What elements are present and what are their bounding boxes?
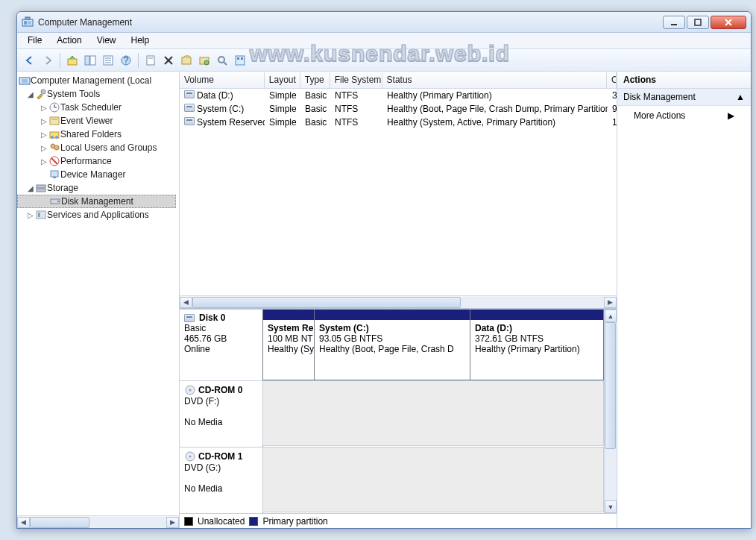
partition-system-reserved[interactable]: System Re 100 MB NT Healthy (Sy — [262, 310, 315, 380]
tree-h-scrollbar[interactable]: ◀ ▶ — [17, 515, 179, 528]
tree-local-users[interactable]: ▷ Local Users and Groups — [17, 141, 179, 154]
properties-button[interactable] — [100, 52, 116, 69]
close-button[interactable] — [711, 16, 746, 29]
col-filesystem[interactable]: File System — [330, 72, 382, 88]
tree-system-tools[interactable]: ◢ System Tools — [17, 87, 179, 101]
vol-layout: Simple — [265, 104, 300, 114]
partition-data-d[interactable]: Data (D:) 372.61 GB NTFS Healthy (Primar… — [470, 310, 604, 380]
expand-icon[interactable]: ▷ — [40, 104, 48, 112]
scroll-right-icon[interactable]: ▶ — [604, 297, 617, 308]
action-button-3[interactable] — [214, 52, 230, 69]
action-button-1[interactable] — [178, 52, 195, 69]
vol-fs: NTFS — [330, 117, 382, 128]
menu-view[interactable]: View — [89, 33, 124, 48]
vol-fs: NTFS — [330, 90, 382, 101]
titlebar[interactable]: Computer Management — [17, 12, 751, 33]
col-status[interactable]: Status — [382, 72, 607, 88]
action-button-2[interactable] — [196, 52, 212, 69]
svg-rect-3 — [25, 17, 30, 19]
grid-h-scrollbar[interactable]: ◀ ▶ — [180, 295, 617, 308]
col-c[interactable]: C — [607, 72, 617, 88]
svg-rect-35 — [50, 117, 59, 125]
menu-file[interactable]: File — [20, 33, 49, 48]
menu-action[interactable]: Action — [49, 33, 89, 48]
expand-icon[interactable]: ▷ — [40, 144, 48, 152]
col-layout[interactable]: Layout — [265, 72, 300, 88]
device-icon — [48, 169, 60, 180]
tree-task-scheduler[interactable]: ▷ Task Scheduler — [17, 101, 179, 114]
svg-rect-45 — [53, 177, 56, 178]
tree-root[interactable]: Computer Management (Local — [17, 74, 179, 87]
collapse-icon[interactable]: ◢ — [26, 90, 35, 98]
scroll-left-icon[interactable]: ◀ — [17, 517, 30, 528]
svg-point-49 — [57, 201, 59, 202]
vol-layout: Simple — [265, 90, 300, 101]
tree-label: Event Viewer — [60, 116, 113, 126]
vol-name: System (C:) — [197, 104, 244, 114]
volume-row[interactable]: System Reserved Simple Basic NTFS Health… — [180, 116, 617, 129]
scroll-left-icon[interactable]: ◀ — [180, 297, 192, 308]
disk-row-cdrom0[interactable]: CD-ROM 0 DVD (F:) No Media — [180, 381, 604, 448]
volume-grid[interactable]: Data (D:) Simple Basic NTFS Healthy (Pri… — [180, 89, 617, 129]
svg-rect-2 — [28, 21, 31, 25]
vol-status: Healthy (Boot, Page File, Crash Dump, Pr… — [382, 104, 608, 114]
collapse-icon[interactable]: ◢ — [26, 184, 35, 192]
tree-storage[interactable]: ◢ Storage — [17, 181, 179, 195]
nav-tree[interactable]: Computer Management (Local ◢ System Tool… — [17, 72, 179, 515]
up-button[interactable] — [64, 52, 81, 69]
svg-rect-51 — [38, 213, 40, 217]
disk-row-disk0[interactable]: Disk 0 Basic 465.76 GB Online System Re — [180, 310, 604, 381]
tree-services-apps[interactable]: ▷ Services and Applications — [17, 208, 179, 222]
nav-back-button[interactable] — [22, 52, 38, 69]
menu-help[interactable]: Help — [124, 33, 157, 48]
help-button[interactable]: ? — [118, 52, 134, 69]
expand-icon[interactable]: ▷ — [40, 157, 48, 166]
volume-row[interactable]: Data (D:) Simple Basic NTFS Healthy (Pri… — [180, 89, 617, 102]
partition-system-c[interactable]: System (C:) 93.05 GB NTFS Healthy (Boot,… — [314, 310, 470, 380]
svg-rect-46 — [37, 185, 45, 188]
scroll-down-icon[interactable]: ▼ — [605, 500, 617, 513]
svg-rect-9 — [85, 56, 89, 65]
expand-icon[interactable]: ▷ — [40, 131, 48, 139]
minimize-button[interactable] — [663, 16, 685, 29]
tree-device-manager[interactable]: Device Manager — [17, 168, 179, 181]
disk-sub: DVD (F:) — [184, 396, 258, 406]
tree-disk-management[interactable]: Disk Management — [17, 195, 176, 208]
part-status: Healthy (Boot, Page File, Crash D — [319, 344, 454, 354]
expand-icon[interactable]: ▷ — [40, 117, 48, 125]
disk-type: Basic — [184, 323, 258, 333]
vol-status: Healthy (Primary Partition) — [382, 90, 608, 101]
actions-section[interactable]: Disk Management ▲ — [617, 89, 751, 106]
delete-button[interactable] — [160, 52, 177, 69]
legend-unallocated: Unallocated — [198, 516, 245, 527]
scroll-right-icon[interactable]: ▶ — [166, 517, 179, 528]
tree-label: Device Manager — [60, 169, 125, 180]
col-volume[interactable]: Volume — [180, 72, 265, 88]
svg-point-24 — [218, 57, 224, 63]
scroll-up-icon[interactable]: ▲ — [605, 310, 617, 322]
disk-sub: DVD (G:) — [184, 462, 258, 473]
col-type[interactable]: Type — [300, 72, 330, 88]
disk-v-scrollbar[interactable]: ▲ ▼ — [604, 310, 617, 513]
vol-c: 37 — [608, 90, 617, 101]
tree-performance[interactable]: ▷ Performance — [17, 154, 179, 168]
window-title: Computer Management — [38, 17, 663, 28]
maximize-button[interactable] — [687, 16, 709, 29]
nav-forward-button[interactable] — [40, 52, 56, 69]
tree-event-viewer[interactable]: ▷ Event Viewer — [17, 114, 179, 128]
refresh-button[interactable] — [142, 52, 159, 69]
svg-rect-8 — [68, 59, 77, 65]
app-icon — [22, 16, 34, 28]
actions-pane: Actions Disk Management ▲ More Actions ▶ — [617, 72, 751, 528]
tree-label: Storage — [47, 183, 78, 193]
actions-more[interactable]: More Actions ▶ — [617, 106, 751, 125]
volume-row[interactable]: System (C:) Simple Basic NTFS Healthy (B… — [180, 102, 617, 116]
users-icon — [48, 142, 60, 154]
expand-icon[interactable]: ▷ — [26, 211, 35, 219]
action-button-4[interactable] — [232, 52, 248, 69]
vol-name: System Reserved — [197, 117, 265, 128]
tree-shared-folders[interactable]: ▷ Shared Folders — [17, 128, 179, 141]
show-hide-tree-button[interactable] — [82, 52, 98, 69]
disk-row-cdrom1[interactable]: CD-ROM 1 DVD (G:) No Media — [180, 448, 604, 513]
actions-section-label: Disk Management — [623, 92, 696, 102]
